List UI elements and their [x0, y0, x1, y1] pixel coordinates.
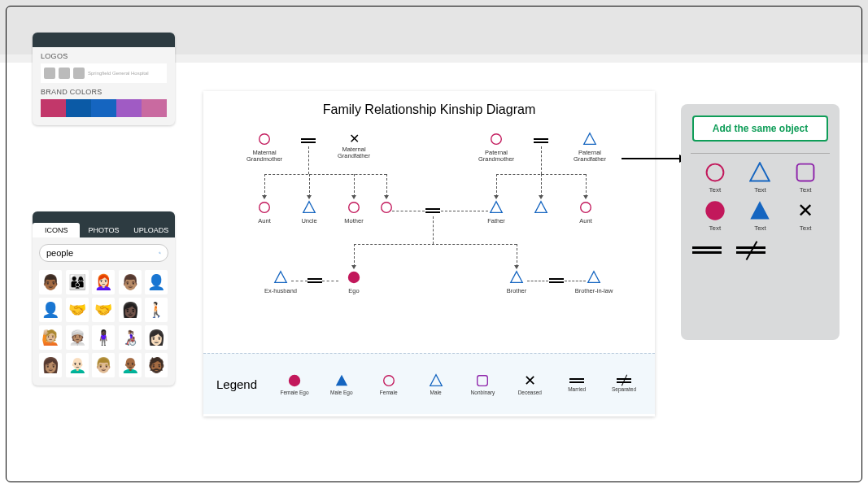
legend-deceased: ✕Deceased — [512, 373, 547, 395]
legend-female: Female — [371, 373, 407, 395]
svg-point-18 — [383, 375, 394, 386]
search-input[interactable] — [46, 248, 159, 258]
svg-point-2 — [260, 134, 270, 145]
svg-marker-25 — [751, 201, 770, 219]
separated-link — [308, 277, 322, 285]
legend-title: Legend — [216, 377, 257, 391]
icon-cell[interactable]: 👩🏻‍🦰 — [92, 270, 115, 294]
node-mother-dup[interactable] — [358, 200, 415, 218]
shape-male[interactable]: Text — [749, 162, 770, 194]
svg-marker-9 — [491, 202, 502, 212]
svg-marker-17 — [336, 374, 347, 386]
marriage-link — [301, 137, 316, 145]
icon-cell[interactable]: 👤 — [145, 270, 168, 294]
node-paternal-grandmother[interactable]: Paternal Grandmother — [468, 132, 525, 163]
icon-cell[interactable]: 👩🏽 — [39, 353, 62, 377]
tab-icons[interactable]: ICONS — [33, 223, 80, 237]
diagram-title: Family Relationship Kinship Diagram — [203, 91, 655, 125]
swatch[interactable] — [142, 99, 167, 117]
svg-rect-23 — [797, 164, 814, 181]
icon-cell[interactable]: 👳🏽 — [66, 325, 89, 350]
icon-cell[interactable]: 👨🏻‍🦲 — [66, 353, 89, 377]
svg-line-1 — [160, 253, 161, 254]
swatch[interactable] — [66, 99, 91, 117]
shape-separated[interactable] — [736, 243, 765, 258]
svg-point-21 — [706, 164, 723, 181]
swatch-row — [41, 99, 167, 117]
shape-married[interactable] — [692, 243, 722, 258]
tabs: ICONS PHOTOS UPLOADS — [33, 223, 175, 237]
swatch[interactable] — [41, 99, 66, 117]
add-same-object-button[interactable]: Add the same object — [692, 115, 828, 142]
legend: Legend Female Ego Male Ego Female Male N… — [203, 353, 655, 414]
logo-badge — [59, 68, 70, 79]
swatch[interactable] — [116, 99, 142, 117]
kinship-diagram: Family Relationship Kinship Diagram Mate… — [203, 91, 655, 416]
legend-female-ego: Female Ego — [277, 373, 312, 395]
icon-panel: ICONS PHOTOS UPLOADS 👨🏾👨‍👩‍👦👩🏻‍🦰👨🏽👤👤🤝🤝👩🏿… — [33, 211, 175, 386]
search-icon[interactable] — [159, 246, 161, 259]
icon-cell[interactable]: 👨‍👩‍👦 — [66, 270, 89, 294]
tab-uploads[interactable]: UPLOADS — [128, 223, 175, 237]
node-paternal-grandfather[interactable]: Paternal Grandfather — [561, 132, 618, 163]
marriage-link — [549, 277, 564, 285]
legend-male: Male — [418, 373, 454, 395]
svg-rect-20 — [478, 375, 488, 386]
svg-point-8 — [382, 203, 392, 213]
node-exhusband[interactable]: Ex-husband — [252, 270, 309, 294]
icon-cell[interactable]: 👩🏽‍🦽 — [119, 325, 142, 350]
divider — [691, 153, 830, 154]
icon-cell[interactable]: 👤 — [39, 298, 62, 322]
svg-point-3 — [491, 134, 502, 145]
node-aunt2[interactable]: Aunt — [557, 200, 614, 224]
shape-grid: Text Text Text Text Text ✕Text — [692, 162, 828, 232]
panel-header — [33, 33, 175, 47]
legend-separated: Separated — [606, 377, 642, 392]
chart-area[interactable]: Maternal Grandmother ✕Maternal Grandfath… — [203, 125, 655, 353]
svg-marker-6 — [303, 202, 315, 212]
shape-deceased[interactable]: ✕Text — [795, 200, 816, 232]
node-brother[interactable]: Brother — [488, 270, 545, 294]
marriage-link — [534, 137, 548, 145]
brand-panel: LOGOS Springfield General Hospital BRAND… — [33, 33, 175, 125]
svg-point-16 — [289, 374, 300, 386]
icon-cell[interactable]: 🙋🏼 — [39, 325, 62, 350]
shape-female[interactable]: Text — [704, 162, 726, 194]
shape-nonbinary[interactable]: Text — [795, 162, 816, 194]
shape-female-ego[interactable]: Text — [704, 200, 726, 232]
hospital-name: Springfield General Hospital — [88, 71, 149, 76]
svg-marker-22 — [751, 163, 770, 181]
icon-cell[interactable]: 👨🏽 — [119, 270, 142, 294]
marriage-row — [692, 243, 828, 258]
svg-point-24 — [705, 201, 724, 220]
node-ego[interactable]: Ego — [325, 270, 382, 294]
node-maternal-grandmother[interactable]: Maternal Grandmother — [236, 132, 293, 163]
svg-marker-4 — [584, 133, 595, 145]
icon-cell[interactable]: 🚶🏻 — [145, 298, 168, 322]
tab-photos[interactable]: PHOTOS — [80, 223, 127, 237]
logo-badge — [73, 68, 85, 79]
svg-marker-14 — [511, 272, 522, 283]
pointer-arrow — [622, 158, 687, 159]
logo-badge — [44, 68, 55, 79]
icon-cell[interactable]: 👩🏻 — [145, 325, 168, 350]
icon-cell[interactable]: 👨🏼 — [92, 353, 115, 377]
icon-cell[interactable]: 🧔🏾 — [145, 353, 168, 377]
svg-marker-15 — [588, 272, 600, 283]
logo-row[interactable]: Springfield General Hospital — [41, 63, 167, 83]
swatch[interactable] — [91, 99, 116, 117]
icon-cell[interactable]: 👩🏿 — [119, 298, 142, 322]
shape-male-ego[interactable]: Text — [749, 200, 770, 232]
node-brother-in-law[interactable]: Brother-in-law — [565, 270, 622, 294]
icon-cell[interactable]: 👨🏾 — [39, 270, 62, 294]
colors-heading: BRAND COLORS — [41, 88, 167, 96]
icon-cell[interactable]: 🧍🏿‍♀️ — [92, 325, 115, 350]
legend-male-ego: Male Ego — [324, 373, 360, 395]
svg-marker-19 — [430, 374, 441, 386]
svg-point-11 — [581, 203, 591, 213]
search-row — [39, 244, 168, 262]
icon-cell[interactable]: 🤝 — [92, 298, 115, 322]
icon-cell[interactable]: 🤝 — [66, 298, 89, 322]
node-maternal-grandfather[interactable]: ✕Maternal Grandfather — [325, 132, 382, 160]
icon-cell[interactable]: 👨🏾‍🦲 — [119, 353, 142, 377]
